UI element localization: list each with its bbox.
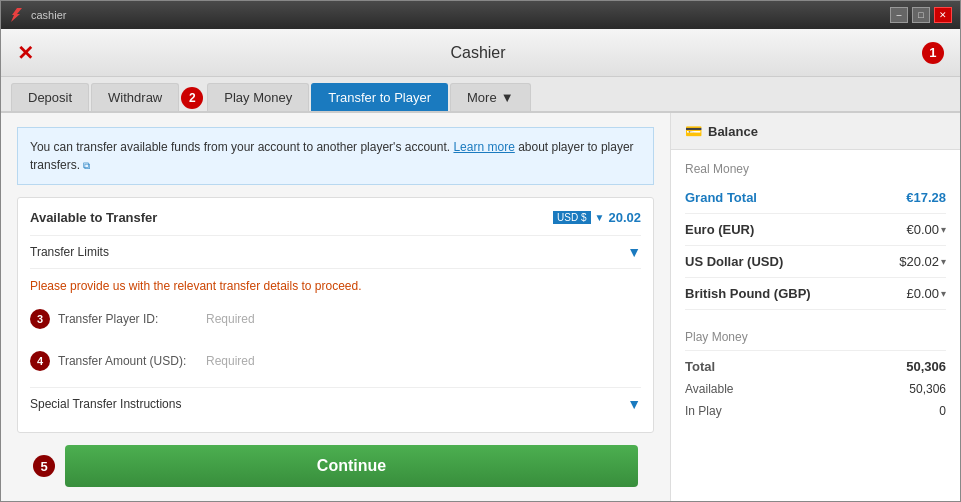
player-id-row: 3 Transfer Player ID: Required <box>30 303 641 335</box>
wallet-icon: 💳 <box>685 123 702 139</box>
badge-5: 5 <box>33 455 55 477</box>
balance-title: Balance <box>708 124 758 139</box>
svg-marker-0 <box>11 8 22 22</box>
info-box: You can transfer available funds from yo… <box>17 127 654 185</box>
tab-play-money[interactable]: Play Money <box>207 83 309 111</box>
close-x-button[interactable]: ✕ <box>17 41 34 65</box>
balance-row-grand-total: Grand Total €17.28 <box>685 182 946 214</box>
play-inplay-label: In Play <box>685 404 722 418</box>
play-available-value: 50,306 <box>909 382 946 396</box>
maximize-button[interactable]: □ <box>912 7 930 23</box>
eur-value: €0.00 ▾ <box>906 222 946 237</box>
play-available-row: Available 50,306 <box>685 378 946 400</box>
notification-badge: 1 <box>922 42 944 64</box>
play-inplay-row: In Play 0 <box>685 400 946 422</box>
usd-value: $20.02 ▾ <box>899 254 946 269</box>
gbp-label: British Pound (GBP) <box>685 286 811 301</box>
minimize-button[interactable]: – <box>890 7 908 23</box>
amount-display: USD $ ▼ 20.02 <box>553 210 641 225</box>
amount-required: Required <box>206 354 255 368</box>
title-bar-left: cashier <box>9 7 66 23</box>
usd-chevron: ▾ <box>941 256 946 267</box>
player-id-label: Transfer Player ID: <box>58 312 198 326</box>
eur-chevron: ▾ <box>941 224 946 235</box>
currency-dropdown[interactable]: ▼ <box>595 212 605 223</box>
balance-row-eur[interactable]: Euro (EUR) €0.00 ▾ <box>685 214 946 246</box>
title-bar: cashier – □ ✕ <box>1 1 960 29</box>
warning-text: Please provide us with the relevant tran… <box>30 279 641 293</box>
learn-more-link[interactable]: Learn more <box>453 140 514 154</box>
special-instructions-chevron: ▼ <box>627 396 641 412</box>
amount-row: 4 Transfer Amount (USD): Required <box>30 345 641 377</box>
tab-more-chevron: ▼ <box>501 90 514 105</box>
amount-label: Transfer Amount (USD): <box>58 354 198 368</box>
play-total-value: 50,306 <box>906 359 946 374</box>
tab-withdraw[interactable]: Withdraw <box>91 83 179 111</box>
title-bar-text: cashier <box>31 9 66 21</box>
transfer-limits-label: Transfer Limits <box>30 245 109 259</box>
tab-more-label: More <box>467 90 497 105</box>
available-label: Available to Transfer <box>30 210 157 225</box>
continue-button[interactable]: Continue <box>65 445 638 487</box>
badge-4: 4 <box>30 351 50 371</box>
main-area: You can transfer available funds from yo… <box>1 113 960 501</box>
left-panel: You can transfer available funds from yo… <box>1 113 670 501</box>
play-available-label: Available <box>685 382 733 396</box>
eur-label: Euro (EUR) <box>685 222 754 237</box>
play-money-label: Play Money <box>685 330 946 344</box>
balance-row-usd[interactable]: US Dollar (USD) $20.02 ▾ <box>685 246 946 278</box>
info-text: You can transfer available funds from yo… <box>30 140 450 154</box>
available-amount: 20.02 <box>608 210 641 225</box>
app-icon <box>9 7 25 23</box>
continue-btn-wrap: 5 Continue <box>17 445 654 501</box>
available-row: Available to Transfer USD $ ▼ 20.02 <box>30 210 641 225</box>
badge-3: 3 <box>30 309 50 329</box>
external-link-icon: ⧉ <box>83 160 90 171</box>
tab-deposit[interactable]: Deposit <box>11 83 89 111</box>
tab-more[interactable]: More ▼ <box>450 83 531 111</box>
usd-label: US Dollar (USD) <box>685 254 783 269</box>
gbp-chevron: ▾ <box>941 288 946 299</box>
special-instructions-row[interactable]: Special Transfer Instructions ▼ <box>30 387 641 420</box>
real-money-label: Real Money <box>685 162 946 176</box>
grand-total-value: €17.28 <box>906 190 946 205</box>
transfer-limits-chevron: ▼ <box>627 244 641 260</box>
currency-flag: USD $ <box>553 211 590 224</box>
balance-row-gbp[interactable]: British Pound (GBP) £0.00 ▾ <box>685 278 946 310</box>
right-panel: 💳 Balance Real Money Grand Total €17.28 … <box>670 113 960 501</box>
app-header: ✕ Cashier 1 <box>1 29 960 77</box>
play-total-label: Total <box>685 359 715 374</box>
gbp-value: £0.00 ▾ <box>906 286 946 301</box>
transfer-card: Available to Transfer USD $ ▼ 20.02 Tran… <box>17 197 654 433</box>
main-window: cashier – □ ✕ ✕ Cashier 1 Deposit Withdr… <box>0 0 961 502</box>
title-bar-controls: – □ ✕ <box>890 7 952 23</box>
special-instructions-label: Special Transfer Instructions <box>30 397 181 411</box>
app-title: Cashier <box>450 44 505 62</box>
grand-total-label: Grand Total <box>685 190 757 205</box>
balance-header: 💳 Balance <box>671 113 960 150</box>
player-id-required: Required <box>206 312 255 326</box>
transfer-limits-row[interactable]: Transfer Limits ▼ <box>30 235 641 269</box>
real-money-section: Real Money Grand Total €17.28 Euro (EUR)… <box>671 150 960 318</box>
play-money-section: Play Money Total 50,306 Available 50,306… <box>671 318 960 430</box>
tab-badge-2: 2 <box>181 87 203 109</box>
tab-transfer-to-player[interactable]: Transfer to Player <box>311 83 448 111</box>
play-total-row: Total 50,306 <box>685 350 946 378</box>
window-close-button[interactable]: ✕ <box>934 7 952 23</box>
play-inplay-value: 0 <box>939 404 946 418</box>
nav-tabs: Deposit Withdraw 2 Play Money Transfer t… <box>1 77 960 113</box>
